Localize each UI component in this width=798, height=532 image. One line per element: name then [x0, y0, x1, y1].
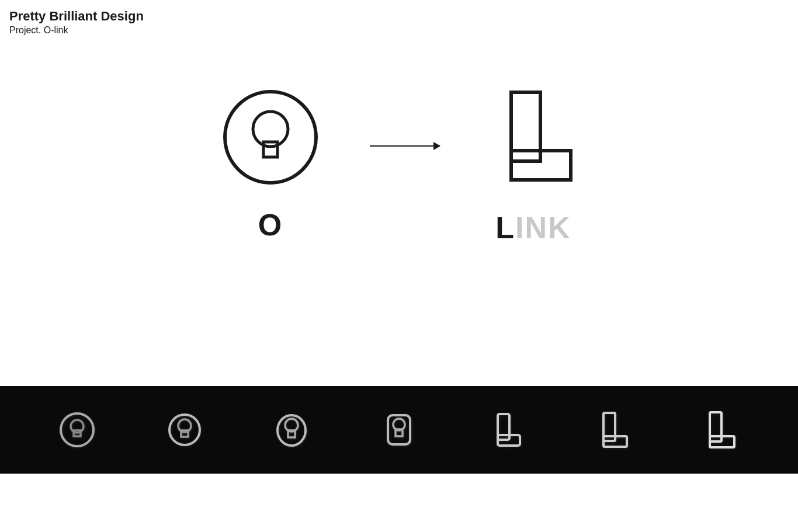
link-section: LINK [487, 82, 580, 245]
svg-rect-10 [181, 430, 188, 437]
arrow [370, 145, 440, 147]
o-ring-icon [218, 85, 323, 190]
svg-point-0 [225, 92, 316, 183]
morph-step-3 [268, 406, 315, 453]
morph-step-1 [54, 406, 100, 453]
morph-step-6 [590, 406, 637, 453]
header: Pretty Brilliant Design Project. O-link [9, 9, 144, 36]
link-label-light: INK [515, 211, 571, 245]
link-label: LINK [495, 210, 571, 245]
bottom-bar [0, 386, 798, 474]
header-subtitle: Project. O-link [9, 25, 144, 36]
morph-step-7 [698, 406, 744, 453]
link-label-bold: L [495, 211, 515, 245]
arrow-line [370, 145, 440, 147]
header-title: Pretty Brilliant Design [9, 9, 144, 24]
morph-step-2 [161, 406, 208, 453]
o-section: O [218, 85, 323, 242]
main-diagram: O LINK [0, 82, 798, 245]
morph-step-4 [376, 406, 422, 453]
svg-rect-2 [263, 142, 277, 157]
morph-step-5 [483, 406, 530, 453]
l-shape-icon [487, 82, 580, 193]
o-label: O [258, 207, 283, 242]
